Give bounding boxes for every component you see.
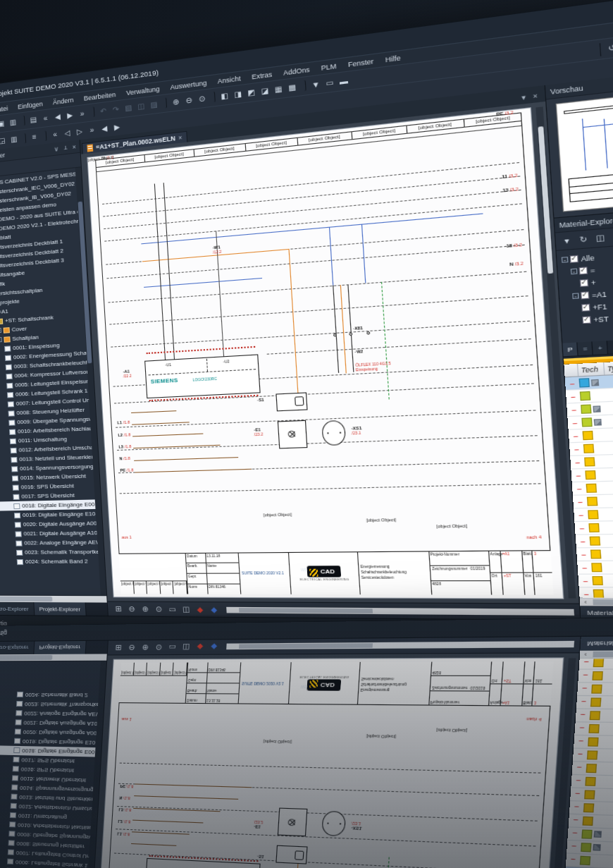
zoom-in-icon[interactable]: ⊕ (170, 95, 182, 109)
menu-item[interactable]: Extras (246, 70, 278, 81)
delete-sheet-icon[interactable]: ▥ (8, 133, 20, 146)
first-sheet-icon[interactable]: « (49, 128, 61, 140)
plot-frame-icon[interactable]: ▦ (272, 82, 285, 97)
panel-close-icon[interactable]: × (72, 143, 76, 151)
save-sheet-icon[interactable]: ◲ (0, 135, 8, 147)
remove-icon[interactable]: – (566, 405, 581, 414)
remove-icon[interactable]: – (572, 484, 587, 493)
database-icon[interactable]: ▬ (337, 74, 351, 88)
layer-view-icon[interactable]: ◫ (180, 604, 192, 616)
remove-icon[interactable]: – (576, 537, 590, 545)
grid-toggle-icon[interactable]: ⊞ (112, 603, 125, 615)
checkbox-checked[interactable] (581, 304, 590, 312)
checkbox-checked[interactable] (582, 316, 591, 324)
remove-icon[interactable]: – (574, 511, 588, 519)
parts-table-row[interactable]: – + =A1+ST-W8 (574, 519, 613, 535)
remove-icon[interactable]: – (575, 524, 590, 532)
zoom-window-icon[interactable]: ⊙ (195, 92, 209, 106)
blueline-icon[interactable]: ◆ (207, 604, 221, 616)
parts-table-row[interactable]: – + =A1+ST-W10 (576, 546, 613, 561)
save-all-icon[interactable]: ▣ (0, 117, 7, 130)
remove-icon[interactable]: – (571, 471, 586, 479)
mat-copy-icon[interactable]: ◫ (593, 231, 609, 245)
panel-collapse-icon[interactable]: ∨ (54, 145, 58, 152)
go-prev-icon[interactable]: ◀ (51, 110, 63, 123)
remove-icon[interactable]: – (568, 418, 583, 427)
print-icon[interactable]: ▥ (7, 116, 19, 128)
forward-icon[interactable]: ▶ (111, 121, 123, 134)
tree-item-label: 0011: Umschaltung (18, 436, 68, 444)
panel-pin-icon[interactable]: T (63, 145, 68, 152)
page-view-icon[interactable]: ▭ (166, 604, 179, 616)
contact-mirror-icon[interactable]: ◨ (231, 87, 244, 101)
schematic-canvas[interactable]: [object Object][object Object][object Ob… (87, 107, 564, 599)
remove-icon[interactable]: – (576, 550, 591, 558)
checkbox-checked[interactable] (580, 279, 589, 287)
menu-item[interactable]: Ändern (48, 95, 80, 106)
title-block: [object Object][object Object][object Ob… (118, 550, 553, 595)
canvas-zoom-in-icon[interactable]: ⊕ (139, 603, 151, 615)
parts-table-row[interactable]: – + =A1+ST-W13 (579, 587, 613, 598)
canvas-hscrollbar[interactable] (226, 606, 574, 615)
remove-icon[interactable]: – (573, 497, 588, 506)
preview-thumbnail[interactable] (556, 84, 613, 212)
zoom-page-icon[interactable]: ⊙ (152, 603, 165, 615)
back-icon[interactable]: ◀ (98, 122, 111, 135)
project-tree-hscrollbar[interactable] (0, 595, 107, 603)
explorer-tab[interactable]: Projekt-Explorer (34, 602, 87, 616)
remove-icon[interactable]: – (577, 563, 592, 572)
document-tab-close-icon[interactable]: × (178, 134, 182, 142)
go-next-icon[interactable]: ▶ (63, 109, 75, 121)
parts-table-row[interactable]: – + =A1+ST-W11 (577, 561, 613, 575)
redo-icon[interactable]: ↷ (110, 103, 123, 116)
last-sheet-icon[interactable]: » (86, 123, 99, 136)
sheet-list-icon[interactable]: ▤ (27, 114, 39, 126)
copy-icon[interactable]: ◫ (135, 99, 147, 113)
macro-icon[interactable]: ▭ (323, 76, 337, 90)
remove-icon[interactable]: – (569, 432, 583, 440)
material-subtab[interactable]: + (593, 341, 609, 355)
remove-icon[interactable]: – (569, 445, 584, 453)
parts-table-row[interactable]: – + =A1+ST-W12 (578, 574, 613, 588)
redline-icon[interactable]: ◆ (194, 604, 207, 616)
menu-item[interactable]: Hilfe (379, 53, 407, 64)
remove-icon[interactable]: – (565, 379, 580, 388)
check-project-icon[interactable]: ▩ (285, 80, 299, 94)
menu-item[interactable]: Datei (0, 104, 13, 114)
tab-list-icon[interactable]: ▾ (521, 93, 526, 102)
parts-table-hscrollbar[interactable]: ‹› (580, 597, 613, 606)
remove-icon[interactable]: – (570, 458, 585, 466)
zoom-out-icon[interactable]: ⊖ (182, 94, 195, 107)
bom-icon[interactable]: ◪ (258, 84, 271, 97)
document-close-icon[interactable]: × (533, 92, 538, 100)
go-last-icon[interactable]: » (76, 107, 88, 120)
mat-refresh-icon[interactable]: ↻ (576, 232, 591, 246)
explorer-tab[interactable]: Makro-Explorer (0, 602, 35, 616)
checkbox-checked[interactable] (581, 291, 590, 299)
material-subtab[interactable]: = (578, 341, 593, 355)
canvas-zoom-out-icon[interactable]: ⊖ (125, 603, 138, 615)
go-first-icon[interactable]: « (39, 112, 51, 125)
undo-draw-icon[interactable]: ↺ (604, 40, 613, 55)
undo-icon[interactable]: ↶ (97, 104, 110, 118)
checkbox-checked[interactable] (570, 255, 579, 263)
sheet-properties-icon[interactable]: ≡ (28, 130, 40, 143)
parts-table-row[interactable]: – + =A1+ST-W9 (576, 533, 613, 549)
remove-icon[interactable]: – (566, 392, 581, 401)
tree-item[interactable]: 0023: Schematik Transportkette (0, 547, 104, 558)
mat-dropdown-icon[interactable]: ▾ (559, 233, 574, 247)
reflection-wrapper: CAD Projekt SUITE DEMO 2020 V3.1 | 6.5.1… (0, 615, 613, 868)
remove-icon[interactable]: – (578, 577, 593, 585)
remove-icon[interactable]: – (579, 589, 594, 598)
checkbox-checked[interactable] (579, 267, 588, 274)
pdf-export-icon[interactable]: ▼ (309, 78, 323, 92)
cut-icon[interactable]: ▧ (122, 102, 135, 115)
material-subtab[interactable]: P (562, 343, 578, 357)
report-icon[interactable]: ◩ (244, 86, 258, 99)
next-sheet-icon[interactable]: ▷ (73, 125, 85, 137)
prev-sheet-icon[interactable]: ◁ (61, 126, 73, 139)
tree-item[interactable]: 0024: Schematik Band 2 (0, 556, 105, 566)
paste-icon[interactable]: ▨ (147, 98, 160, 111)
cross-reference-icon[interactable]: ◧ (218, 90, 231, 103)
menu-item[interactable]: PLM (315, 61, 342, 73)
